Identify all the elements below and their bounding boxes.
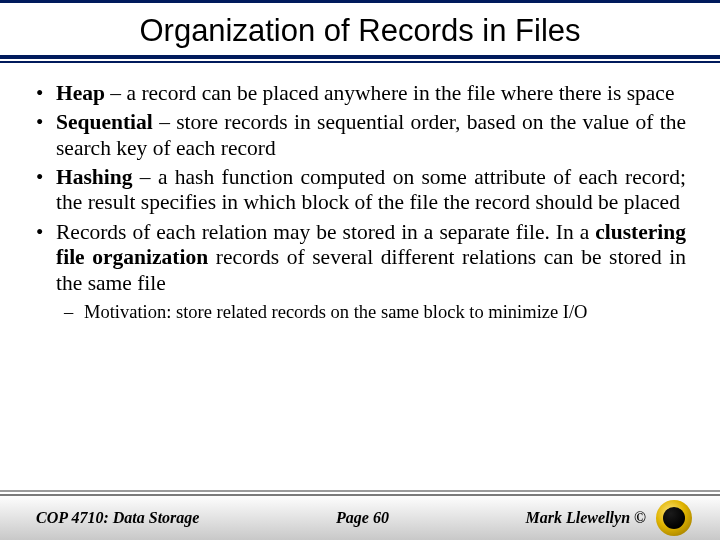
sub-bullet-item: Motivation: store related records on the… (56, 302, 686, 324)
bullet-item: Records of each relation may be stored i… (34, 220, 686, 324)
sub-bullet-list: Motivation: store related records on the… (56, 302, 686, 324)
bullet-item: Heap – a record can be placed anywhere i… (34, 81, 686, 106)
bullet-text: – a record can be placed anywhere in the… (105, 81, 674, 105)
bullet-term: Hashing (56, 165, 132, 189)
footer-right: Mark Llewellyn © (526, 500, 692, 536)
slide: Organization of Records in Files Heap – … (0, 0, 720, 540)
logo-inner (663, 507, 685, 529)
footer: COP 4710: Data Storage Page 60 Mark Llew… (0, 494, 720, 540)
bullet-text: Records of each relation may be stored i… (56, 220, 595, 244)
bullet-term: Heap (56, 81, 105, 105)
bullet-list: Heap – a record can be placed anywhere i… (34, 81, 686, 324)
bullet-item: Sequential – store records in sequential… (34, 110, 686, 161)
ucf-logo-icon (656, 500, 692, 536)
slide-body: Heap – a record can be placed anywhere i… (0, 59, 720, 494)
bullet-text: – a hash function computed on some attri… (56, 165, 686, 214)
footer-course: COP 4710: Data Storage (36, 509, 199, 527)
footer-author: Mark Llewellyn © (526, 509, 646, 527)
title-area: Organization of Records in Files (0, 3, 720, 59)
slide-title: Organization of Records in Files (40, 13, 680, 49)
sub-bullet-text: Motivation: store related records on the… (84, 302, 587, 322)
bullet-item: Hashing – a hash function computed on so… (34, 165, 686, 216)
bullet-term: Sequential (56, 110, 153, 134)
footer-page: Page 60 (336, 509, 389, 527)
